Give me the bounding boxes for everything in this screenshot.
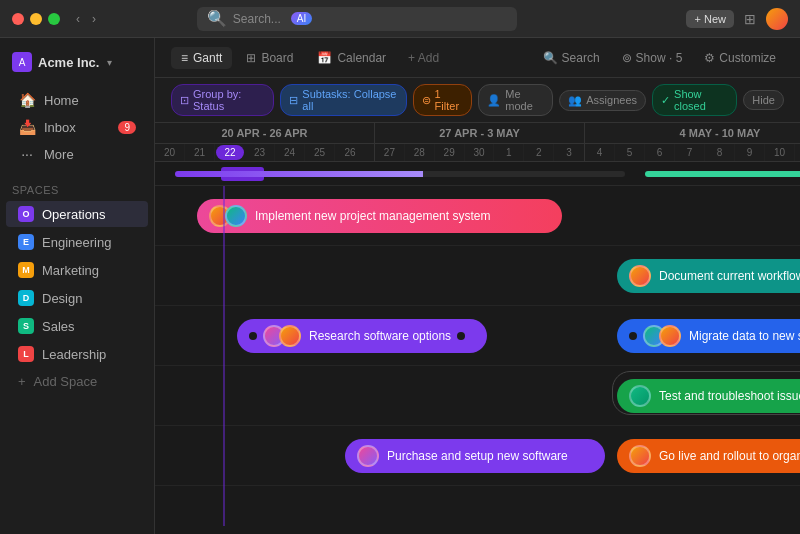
main-content: ≡ Gantt ⊞ Board 📅 Calendar + Add 🔍	[155, 38, 800, 534]
me-mode-filter[interactable]: 👤 Me mode	[478, 84, 553, 116]
show-icon: ⊚	[622, 51, 632, 65]
dot-left-migrate	[629, 332, 637, 340]
more-icon: ···	[18, 146, 36, 162]
task-bar-test[interactable]: Test and troubleshoot issues	[617, 379, 800, 413]
sidebar-item-home[interactable]: 🏠 Home	[6, 87, 148, 113]
close-button[interactable]	[12, 13, 24, 25]
task-bar-document[interactable]: Document current workflows and processes	[617, 259, 800, 293]
avatar-10	[629, 445, 651, 467]
gantt-row-5: Purchase and setup new software Go live …	[155, 426, 800, 486]
titlebar: ‹ › 🔍 Search... AI + New ⊞	[0, 0, 800, 38]
avatar-3	[629, 265, 651, 287]
day-cell: 30	[465, 144, 495, 161]
day-cell: 6	[645, 144, 675, 161]
marketing-dot: M	[18, 262, 34, 278]
day-cell: 26	[335, 144, 365, 161]
day-cell: 9	[735, 144, 765, 161]
me-mode-label: Me mode	[505, 88, 544, 112]
sidebar-item-engineering[interactable]: E Engineering	[6, 229, 148, 255]
tab-board[interactable]: ⊞ Board	[236, 47, 303, 69]
day-cell: 20	[155, 144, 185, 161]
sidebar-item-leadership[interactable]: L Leadership	[6, 341, 148, 367]
sidebar-item-operations[interactable]: O Operations	[6, 201, 148, 227]
show-button[interactable]: ⊚ Show · 5	[614, 48, 691, 68]
tab-calendar[interactable]: 📅 Calendar	[307, 47, 396, 69]
home-icon: 🏠	[18, 92, 36, 108]
sidebar-item-sales[interactable]: S Sales	[6, 313, 148, 339]
day-cell: 8	[705, 144, 735, 161]
sidebar-item-operations-label: Operations	[42, 207, 106, 222]
spaces-header: Spaces	[0, 176, 154, 200]
subtasks-filter[interactable]: ⊟ Subtasks: Collapse all	[280, 84, 406, 116]
task-bar-research[interactable]: Research software options	[237, 319, 487, 353]
group-by-filter[interactable]: ⊡ Group by: Status	[171, 84, 274, 116]
task-bar-purchase[interactable]: Purchase and setup new software	[345, 439, 605, 473]
new-button[interactable]: + New	[686, 10, 734, 28]
sidebar-item-design[interactable]: D Design	[6, 285, 148, 311]
board-icon: ⊞	[246, 51, 256, 65]
add-space-button[interactable]: + Add Space	[6, 369, 148, 394]
task-label-document: Document current workflows and processes	[659, 269, 800, 283]
sidebar-item-inbox[interactable]: 📥 Inbox 9	[6, 114, 148, 140]
forward-button[interactable]: ›	[88, 10, 100, 28]
minimize-button[interactable]	[30, 13, 42, 25]
customize-label: Customize	[719, 51, 776, 65]
back-button[interactable]: ‹	[72, 10, 84, 28]
engineering-dot: E	[18, 234, 34, 250]
add-view-button[interactable]: + Add	[400, 47, 447, 69]
date-range-1: 20 APR - 26 APR	[155, 123, 374, 144]
sidebar-nav: 🏠 Home 📥 Inbox 9 ··· More	[0, 86, 154, 168]
task-label-golive: Go live and rollout to organization	[659, 449, 800, 463]
assignees-label: Assignees	[586, 94, 637, 106]
workspace-selector[interactable]: A Acme Inc. ▾	[0, 46, 154, 78]
search-button[interactable]: 🔍 Search	[535, 48, 608, 68]
maximize-button[interactable]	[48, 13, 60, 25]
sidebar-item-home-label: Home	[44, 93, 79, 108]
filter-bar: ⊡ Group by: Status ⊟ Subtasks: Collapse …	[155, 78, 800, 123]
task-label-research: Research software options	[309, 329, 451, 343]
global-search-bar[interactable]: 🔍 Search... AI	[197, 7, 517, 31]
show-closed-filter[interactable]: ✓ Show closed	[652, 84, 737, 116]
day-cell: 4	[585, 144, 615, 161]
tab-gantt[interactable]: ≡ Gantt	[171, 47, 232, 69]
task-label-migrate: Migrate data to new system	[689, 329, 800, 343]
show-label: Show · 5	[636, 51, 683, 65]
leadership-dot: L	[18, 346, 34, 362]
avatar-7	[659, 325, 681, 347]
tab-board-label: Board	[261, 51, 293, 65]
today-day-cell: 22	[216, 145, 244, 160]
gantt-row-1: Implement new project management system	[155, 186, 800, 246]
group-by-icon: ⊡	[180, 94, 189, 107]
sidebar-item-more[interactable]: ··· More	[6, 141, 148, 167]
task-avatars	[209, 205, 247, 227]
apps-icon[interactable]: ⊞	[744, 11, 756, 27]
day-cell: 29	[435, 144, 465, 161]
task-bar-golive[interactable]: Go live and rollout to organization	[617, 439, 800, 473]
sidebar-item-more-label: More	[44, 147, 74, 162]
gantt-icon: ≡	[181, 51, 188, 65]
add-space-label: Add Space	[34, 374, 98, 389]
gantt-row-2: Document current workflows and processes	[155, 246, 800, 306]
day-cell: 21	[185, 144, 215, 161]
task-label-test: Test and troubleshoot issues	[659, 389, 800, 403]
task-bar-migrate[interactable]: Migrate data to new system	[617, 319, 800, 353]
sidebar-item-marketing[interactable]: M Marketing	[6, 257, 148, 283]
today-vertical-line	[223, 186, 225, 526]
sidebar: A Acme Inc. ▾ 🏠 Home 📥 Inbox 9 ··· More	[0, 38, 155, 534]
customize-button[interactable]: ⚙ Customize	[696, 48, 784, 68]
assignees-icon: 👥	[568, 94, 582, 107]
user-avatar[interactable]	[766, 8, 788, 30]
assignees-filter[interactable]: 👥 Assignees	[559, 90, 646, 111]
task-bar-implement[interactable]: Implement new project management system	[197, 199, 562, 233]
customize-icon: ⚙	[704, 51, 715, 65]
avatar-9	[357, 445, 379, 467]
filter-chip[interactable]: ⊜ 1 Filter	[413, 84, 473, 116]
date-range-3: 4 MAY - 10 MAY	[585, 123, 800, 144]
design-dot: D	[18, 290, 34, 306]
hide-filter[interactable]: Hide	[743, 90, 784, 110]
search-icon: 🔍	[543, 51, 558, 65]
add-view-label: + Add	[408, 51, 439, 65]
progress-bar-fill2	[645, 171, 800, 177]
subtasks-label: Subtasks: Collapse all	[302, 88, 397, 112]
gantt-chart: 20 APR - 26 APR 20 21 22 23 24 25 26 27 …	[155, 123, 800, 534]
